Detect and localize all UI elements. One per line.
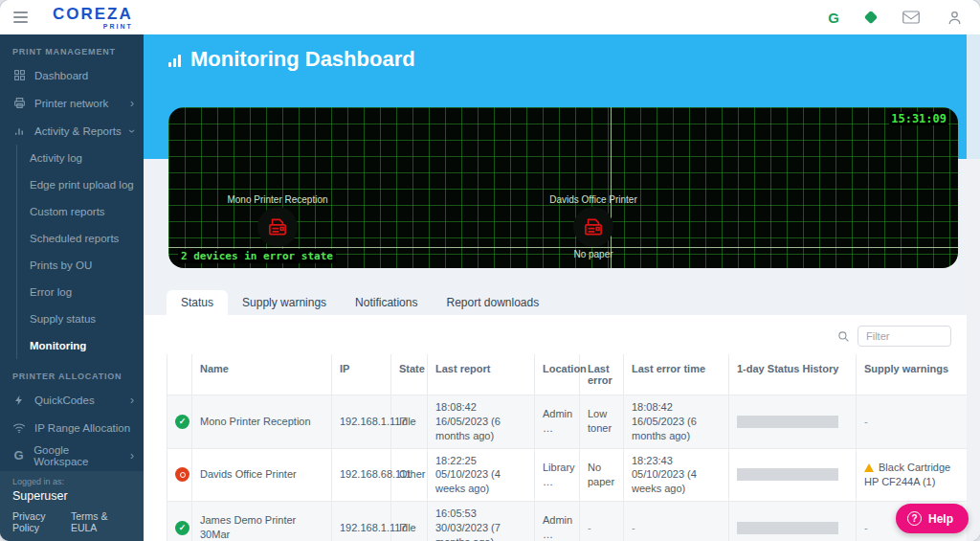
table-header-row: Name IP State Last report Location Last … [167, 354, 968, 395]
tab-bar: Status Supply warnings Notifications Rep… [167, 290, 967, 315]
sidebar-item-custom-reports[interactable]: Custom reports [17, 198, 144, 225]
question-icon: ? [907, 511, 922, 526]
cell-last-report: 18:08:42 16/05/2023 (6 months ago) [428, 395, 535, 449]
sidebar-item-activity-reports[interactable]: Activity & Reports › [0, 117, 144, 145]
col-ip: IP [332, 354, 391, 395]
sidebar-item-prints-by-ou[interactable]: Prints by OU [17, 252, 144, 279]
sidebar-section-printer-allocation: PRINTER ALLOCATION [0, 359, 144, 386]
cell-last-error-time: 18:08:42 16/05/2023 (6 months ago) [624, 395, 729, 449]
tab-notifications[interactable]: Notifications [341, 290, 432, 315]
radar-clock: 15:31:09 [889, 112, 948, 125]
cell-name: James Demo Printer 30Mar [192, 502, 332, 541]
sidebar-item-google-workspace[interactable]: G Google Workspace › [0, 441, 144, 469]
printer-error-icon[interactable] [573, 207, 613, 247]
tab-supply-warnings[interactable]: Supply warnings [228, 290, 341, 315]
monitoring-radar-panel: 15:31:09 Mono Printer Reception Low tone… [168, 107, 958, 268]
user-icon[interactable] [947, 10, 963, 26]
sidebar-item-label: Activity & Reports [34, 125, 122, 137]
radar-device-name: Davids Office Printer [517, 193, 670, 206]
radar-device-name: Mono Printer Reception [201, 193, 354, 206]
mail-icon[interactable] [902, 11, 920, 24]
cell-last-error-time: - [624, 502, 729, 541]
cell-last-error-time: 18:23:43 05/10/2023 (4 weeks ago) [624, 448, 729, 502]
tab-report-downloads[interactable]: Report downloads [432, 290, 553, 315]
sidebar-item-label: IP Range Allocation [34, 422, 130, 434]
table-row[interactable]: ✓ James Demo Printer 30Mar 192.168.1.117… [167, 502, 968, 541]
bar-chart-icon [12, 124, 26, 137]
col-state: State [391, 354, 428, 395]
chevron-right-icon: › [130, 98, 134, 109]
status-tab-content: Name IP State Last report Location Last … [144, 315, 967, 541]
col-last-report: Last report [428, 354, 535, 395]
privacy-policy-link[interactable]: Privacy Policy [12, 510, 71, 533]
col-location: Location [535, 354, 580, 395]
sidebar-item-supply-status[interactable]: Supply status [17, 305, 144, 332]
search-icon [837, 330, 850, 343]
cell-ip: 192.168.1.117 [332, 395, 391, 449]
cell-last-error: Low toner [580, 395, 624, 449]
sidebar-item-label: QuickCodes [34, 394, 95, 406]
sidebar-section-print-management: PRINT MANAGEMENT [0, 34, 144, 61]
sidebar-item-activity-log[interactable]: Activity log [17, 145, 144, 171]
status-ok-icon: ✓ [175, 415, 189, 429]
printer-status-table: Name IP State Last report Location Last … [167, 354, 968, 541]
col-supply-warnings: Supply warnings [857, 354, 968, 395]
radar-device-davids-printer: Davids Office Printer No paper [517, 193, 670, 260]
sub-item-label: Supply status [30, 313, 96, 325]
status-history-bar [737, 522, 838, 534]
cell-last-report: 18:22:25 05/10/2023 (4 weeks ago) [428, 448, 535, 502]
cell-location: Library … [535, 448, 580, 502]
tab-status[interactable]: Status [167, 290, 228, 315]
sidebar-item-edge-print-upload-log[interactable]: Edge print upload log [17, 171, 144, 198]
sidebar-item-quickcodes[interactable]: QuickCodes › [0, 386, 144, 414]
sidebar: PRINT MANAGEMENT Dashboard Printer netwo… [0, 34, 144, 541]
filter-input[interactable] [858, 326, 951, 347]
sidebar-item-error-log[interactable]: Error log [17, 279, 144, 305]
google-icon[interactable]: G [828, 10, 839, 26]
scrollbar-track[interactable] [967, 34, 980, 541]
printer-icon [12, 97, 26, 109]
coreza-logo[interactable]: COREZA PRINT [53, 6, 133, 30]
chevron-right-icon: › [130, 394, 134, 406]
table-row[interactable]: ✓ Mono Printer Reception 192.168.1.117 I… [167, 395, 968, 449]
col-status [167, 354, 192, 395]
terms-eula-link[interactable]: Terms & EULA [71, 510, 132, 533]
sidebar-item-label: Printer network [34, 98, 108, 109]
col-name: Name [192, 354, 332, 395]
sidebar-item-dashboard[interactable]: Dashboard [0, 61, 144, 89]
cell-supply: - [857, 395, 968, 449]
sub-item-label: Edge print upload log [30, 179, 134, 191]
status-history-bar [737, 416, 838, 428]
hamburger-menu-icon[interactable] [13, 11, 28, 23]
sidebar-item-ip-range-allocation[interactable]: IP Range Allocation [0, 414, 144, 441]
col-last-error-time: Last error time [624, 354, 729, 395]
sidebar-item-printer-network[interactable]: Printer network › [0, 89, 144, 117]
col-status-history: 1-day Status History [729, 354, 857, 395]
chevron-down-icon: › [126, 129, 138, 133]
help-button[interactable]: ? Help [896, 504, 969, 533]
supply-warning-text: Black Cartridge HP CF244A (1) [864, 462, 950, 487]
topbar: COREZA PRINT G [0, 0, 980, 34]
diamond-icon[interactable] [864, 11, 878, 24]
logo-main-text: COREZA [53, 6, 133, 22]
sidebar-sublist: Activity log Edge print upload log Custo… [16, 145, 144, 359]
sidebar-item-monitoring[interactable]: Monitoring [17, 332, 144, 359]
logged-in-as-label: Logged in as: [12, 477, 132, 486]
sub-item-label: Scheduled reports [30, 233, 119, 244]
sub-item-label: Custom reports [30, 206, 105, 217]
col-last-error: Last error [580, 354, 624, 395]
radar-status-line: 2 devices in error state [178, 249, 336, 263]
cell-last-error: - [580, 502, 624, 541]
printer-error-icon[interactable] [257, 207, 298, 247]
radar-device-error: No paper [517, 248, 670, 260]
logo-sub-text: PRINT [103, 23, 133, 30]
cell-supply: Black Cartridge HP CF244A (1) [857, 448, 968, 502]
sidebar-item-scheduled-reports[interactable]: Scheduled reports [17, 225, 144, 252]
table-row[interactable]: Davids Office Printer 192.168.68.111 Oth… [167, 448, 968, 502]
sidebar-item-label: Google Workspace [33, 444, 122, 467]
status-ok-icon: ✓ [175, 521, 189, 535]
logged-in-user: Superuser [12, 489, 132, 503]
google-g-icon: G [12, 448, 25, 462]
page-title: Monitoring Dashboard [168, 47, 415, 72]
sub-item-label: Monitoring [30, 340, 86, 351]
